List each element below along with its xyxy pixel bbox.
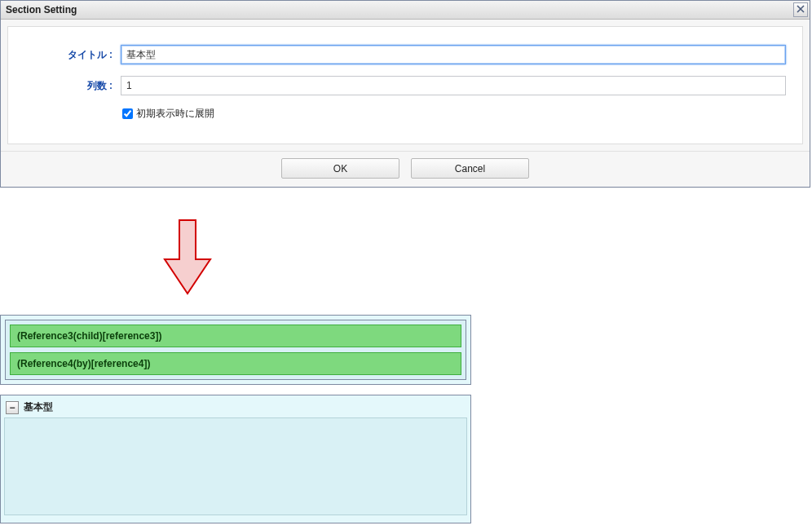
ref-item[interactable]: (Reference3(child)[reference3]) [10,325,461,347]
ref-item[interactable]: (Reference4(by)[reference4]) [10,352,461,375]
title-label: タイトル [24,48,113,62]
section-setting-dialog: Section Setting タイトル 列数 初期表示時に展開 OK Canc… [0,0,810,188]
arrow-shape [165,220,210,294]
expand-checkbox-row: 初期表示時に展開 [122,107,786,121]
dialog-title: Section Setting [6,4,77,15]
cols-label: 列数 [24,79,113,93]
expand-checkbox[interactable] [122,108,133,119]
dialog-titlebar[interactable]: Section Setting [1,1,810,20]
title-input[interactable] [121,45,786,64]
section-title: 基本型 [24,400,53,414]
dialog-close-button[interactable] [793,2,808,17]
minus-icon: − [9,404,15,412]
section-panel: − 基本型 [0,395,471,523]
cancel-button[interactable]: Cancel [411,158,529,179]
ok-button[interactable]: OK [281,158,399,179]
close-icon [797,4,805,15]
section-body[interactable] [4,417,467,515]
title-row: タイトル [24,45,786,64]
result-area: (Reference3(child)[reference3]) (Referen… [0,315,471,523]
refs-outer-panel: (Reference3(child)[reference3]) (Referen… [0,315,471,385]
cols-input[interactable] [121,76,786,95]
collapse-toggle[interactable]: − [6,401,19,414]
cols-row: 列数 [24,76,786,95]
expand-checkbox-label: 初期表示時に展開 [136,107,214,121]
dialog-footer: OK Cancel [1,151,810,187]
dialog-body: タイトル 列数 初期表示時に展開 [7,26,803,144]
down-arrow-icon [163,219,212,298]
section-header[interactable]: − 基本型 [4,399,467,417]
refs-inner-panel: (Reference3(child)[reference3]) (Referen… [5,320,466,380]
